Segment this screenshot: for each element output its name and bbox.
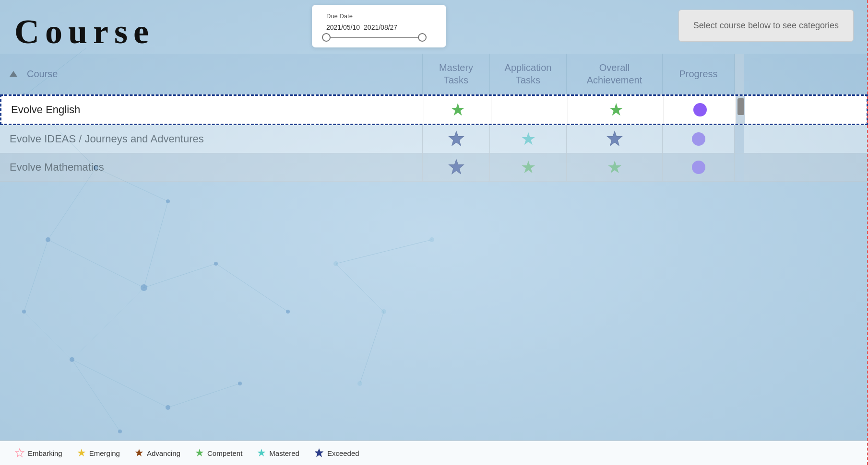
course-name-english: Evolve English — [1, 96, 424, 124]
date-end: 2021/08/27 — [364, 23, 397, 31]
embarking-star-icon — [14, 448, 25, 458]
legend-embarking: Embarking — [14, 448, 62, 458]
progress-english — [664, 96, 736, 124]
svg-rect-0 — [0, 0, 868, 465]
svg-point-30 — [333, 261, 338, 266]
svg-point-33 — [429, 237, 434, 242]
page-title: Course — [14, 10, 155, 49]
date-range-slider[interactable] — [326, 37, 432, 38]
legend-competent-label: Competent — [207, 449, 242, 457]
star-competent-icon: ★ — [450, 101, 465, 118]
legend-mastered-label: Mastered — [269, 449, 299, 457]
legend-exceeded: Exceeded — [314, 448, 359, 458]
legend-emerging: ★ Emerging — [77, 447, 120, 459]
svg-point-19 — [94, 165, 98, 170]
svg-point-28 — [118, 430, 122, 433]
legend-exceeded-label: Exceeded — [327, 449, 359, 457]
legend-bar: Embarking ★ Emerging ★ Advancing ★ Compe… — [0, 441, 868, 465]
exceeded-star-icon — [314, 448, 324, 458]
mastery-english: ★ — [424, 96, 491, 124]
svg-marker-38 — [315, 449, 323, 457]
svg-point-23 — [166, 405, 170, 410]
legend-advancing: ★ Advancing — [134, 447, 180, 459]
legend-emerging-label: Emerging — [89, 449, 120, 457]
overall-english: ★ — [568, 96, 664, 124]
svg-point-31 — [381, 309, 386, 314]
scrollbar-english[interactable] — [736, 96, 745, 124]
legend-competent: ★ Competent — [195, 447, 242, 459]
progress-circle-icon — [693, 103, 707, 116]
svg-point-20 — [46, 237, 50, 242]
date-filter-label: Due Date — [326, 12, 432, 20]
slider-left-handle[interactable] — [322, 33, 331, 42]
scrollbar-thumb — [737, 98, 744, 115]
competent-star-icon: ★ — [195, 447, 204, 459]
advancing-star-icon: ★ — [134, 447, 144, 459]
svg-point-26 — [286, 310, 290, 314]
legend-advancing-label: Advancing — [147, 449, 180, 457]
mastered-star-icon: ★ — [257, 447, 266, 459]
svg-point-24 — [166, 199, 170, 203]
svg-point-21 — [141, 284, 147, 291]
legend-embarking-label: Embarking — [28, 449, 62, 457]
svg-point-25 — [214, 262, 218, 266]
legend-mastered: ★ Mastered — [257, 447, 299, 459]
svg-point-27 — [22, 310, 26, 314]
svg-point-22 — [70, 357, 74, 362]
svg-point-29 — [238, 382, 242, 385]
table-row-english[interactable]: Evolve English ★ ★ — [0, 94, 868, 125]
svg-point-32 — [357, 381, 362, 386]
date-filter-box: Due Date 2021/05/10 2021/08/27 — [312, 5, 446, 47]
svg-marker-37 — [15, 449, 24, 457]
slider-right-handle[interactable] — [418, 33, 427, 42]
select-course-hint: Select course below to see categories — [678, 10, 854, 42]
star-competent-overall-icon: ★ — [608, 101, 624, 118]
emerging-star-icon: ★ — [77, 447, 86, 459]
date-start: 2021/05/10 — [326, 23, 360, 31]
application-english — [491, 96, 568, 124]
